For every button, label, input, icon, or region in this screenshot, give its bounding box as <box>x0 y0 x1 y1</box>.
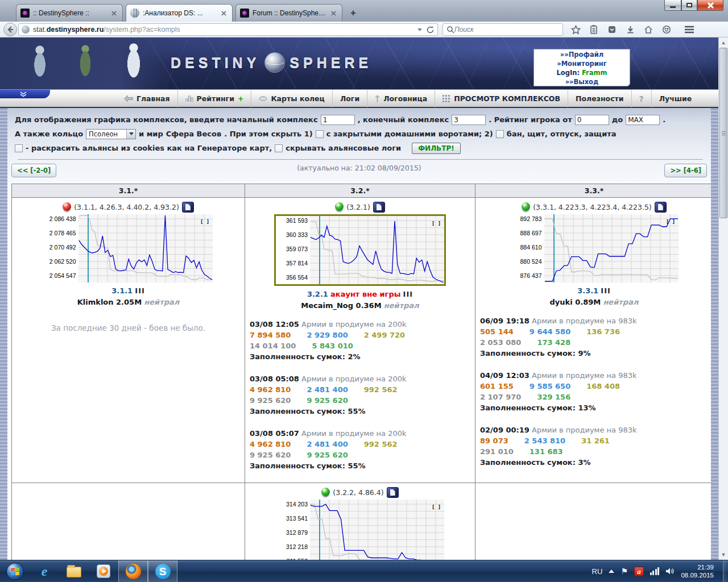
nav-ring-maps[interactable]: Карты колец <box>251 90 332 107</box>
speaker-icon[interactable] <box>665 567 675 575</box>
nav-home[interactable]: Главная <box>117 90 177 107</box>
hidden-icons-arrow[interactable] <box>609 569 614 573</box>
menu-hamburger-icon[interactable] <box>682 23 696 36</box>
complex-id[interactable]: 3.3.1 <box>577 286 598 295</box>
hide-alliance-logs-checkbox[interactable] <box>275 144 283 152</box>
scroll-up-icon[interactable]: ▲ <box>720 39 727 46</box>
status-sphere-red-icon[interactable] <box>63 202 71 211</box>
start-complex-input[interactable] <box>321 115 355 125</box>
profile-link[interactable]: »»Профайл <box>534 50 630 59</box>
rating-chart[interactable]: 314 203313 541312 879312 218311 556 [ ] <box>276 500 444 560</box>
taskbar-ie-button[interactable]: e <box>30 560 59 582</box>
player-name[interactable]: Mecaim_Nog 0.36M <box>301 301 381 310</box>
reload-icon[interactable] <box>426 26 435 34</box>
army-value: 4 962 810 <box>250 385 291 394</box>
taskbar-media-player-button[interactable] <box>89 560 118 582</box>
nav-utilities[interactable]: Полезности <box>568 90 631 107</box>
player-name[interactable]: Klimklon 2.05M <box>77 298 142 306</box>
ring-select[interactable]: Псолеон <box>86 129 136 139</box>
action-center-flag-icon[interactable]: ⚑ <box>621 567 628 576</box>
start-button[interactable] <box>0 560 30 582</box>
bags-fill: Заполненность сумок: 55% <box>250 460 475 471</box>
y-tick-label: 314 203 <box>286 501 308 508</box>
show-desktop-button[interactable] <box>723 560 728 582</box>
pocket-icon[interactable] <box>605 23 619 36</box>
hide-closed-gates-checkbox[interactable] <box>316 130 324 138</box>
next-page-button[interactable]: >> [4-6] <box>664 164 707 177</box>
back-button[interactable] <box>3 23 17 36</box>
language-indicator[interactable]: RU <box>592 567 603 576</box>
report-doc-icon[interactable] <box>655 202 667 213</box>
taskbar-explorer-button[interactable] <box>59 560 89 582</box>
scroll-down-icon[interactable]: ▼ <box>720 551 727 558</box>
report-time: 04/09 12:03 <box>480 371 530 380</box>
nav-view-complexes[interactable]: ПРОСМОТР КОМПЛЕКСОВ <box>435 90 568 107</box>
prev-page-button[interactable]: << [-2-0] <box>11 164 56 177</box>
status-sphere-green-icon[interactable] <box>335 202 344 211</box>
complex-header-row: (3.1.1, 4.26.3, 4.40.2, 4.93.2) <box>12 202 245 213</box>
hide-ban-shield-checkbox[interactable] <box>496 130 504 138</box>
chart-plot[interactable]: [ ] <box>544 214 679 282</box>
logout-link[interactable]: »»Выход <box>534 77 630 86</box>
select-arrow-icon[interactable] <box>126 130 135 139</box>
avira-antivirus-icon[interactable]: a <box>634 567 644 576</box>
taskbar-clock[interactable]: 21:39 08.09.2015 <box>681 563 714 579</box>
status-sphere-green-icon[interactable] <box>321 488 330 496</box>
taskbar-firefox-button[interactable] <box>118 560 148 582</box>
scrollbar-thumb[interactable] <box>719 48 727 218</box>
army-value: 2 107 970 <box>480 393 521 401</box>
nav-logs[interactable]: Логи <box>332 90 367 107</box>
chart-plot[interactable]: [ ] <box>310 500 444 560</box>
tab-destinysphere[interactable]: :: DestinySphere :: <box>16 4 123 22</box>
downloads-icon[interactable] <box>623 23 637 36</box>
menu-collapse-tab[interactable] <box>0 90 50 98</box>
url-dropdown-icon[interactable] <box>417 28 422 31</box>
chart-plot[interactable]: [ ] <box>78 214 213 282</box>
report-doc-icon[interactable] <box>373 202 385 213</box>
taskbar-skype-button[interactable]: S <box>148 560 177 582</box>
army-value: 14 014 100 <box>250 342 296 350</box>
tab-close-icon[interactable] <box>329 9 338 18</box>
bookmark-star-icon[interactable] <box>569 23 582 36</box>
close-button[interactable] <box>697 0 723 11</box>
nav-lair[interactable]: Логовница <box>367 90 435 107</box>
clock-date: 08.09.2015 <box>681 571 714 579</box>
nav-ratings[interactable]: Рейтинги+ <box>177 90 251 107</box>
complex-id[interactable]: 3.1.1 <box>111 286 133 295</box>
svg-text:[ ]: [ ] <box>200 219 209 225</box>
nav-help[interactable]: ? <box>631 90 651 107</box>
search-box[interactable] <box>442 23 563 36</box>
tab-close-icon[interactable] <box>110 9 118 18</box>
minimize-button[interactable] <box>664 0 681 11</box>
search-input[interactable] <box>454 26 545 34</box>
army-value: 2 499 720 <box>364 331 405 339</box>
maximize-button[interactable] <box>681 0 697 11</box>
rating-to-input[interactable] <box>626 115 660 125</box>
bookmarks-menu-icon[interactable] <box>587 23 601 36</box>
report-doc-icon[interactable] <box>387 487 399 498</box>
new-tab-button[interactable]: + <box>345 7 361 20</box>
complex-id[interactable]: 3.2.1 <box>307 290 328 298</box>
end-complex-input[interactable] <box>452 115 486 125</box>
tab-forum[interactable]: Forum :: DestinySphere Unl... <box>235 4 342 22</box>
url-bar[interactable]: stat.destinysphere.ru/system.php?ac=komp… <box>18 23 438 36</box>
status-sphere-green-icon[interactable] <box>522 202 530 211</box>
page-scrollbar[interactable]: ▲ ▼ <box>718 38 728 560</box>
chart-plot[interactable]: [ ] <box>310 216 444 284</box>
filter-button[interactable]: ФИЛЬТР! <box>412 143 461 154</box>
rating-chart[interactable]: 2 086 4382 078 4652 070 4922 062 5202 05… <box>44 214 213 282</box>
home-icon[interactable] <box>642 23 655 36</box>
player-name[interactable]: dyuki 0.89M <box>550 298 601 306</box>
report-doc-icon[interactable] <box>182 202 194 213</box>
search-icon <box>446 26 454 34</box>
network-signal-icon[interactable] <box>650 567 660 575</box>
rating-from-input[interactable] <box>575 115 609 125</box>
tab-analyzer-active[interactable]: :Анализатор DS: ... <box>126 4 233 22</box>
tab-close-icon[interactable] <box>220 9 228 18</box>
colorize-alliances-checkbox[interactable] <box>15 144 23 152</box>
hello-smiley-icon[interactable] <box>660 23 673 36</box>
rating-chart[interactable]: 892 783888 697884 610880 524876 437 [ ] <box>510 214 679 282</box>
nav-best[interactable]: Лучшие <box>651 90 700 107</box>
monitoring-link[interactable]: »Мониторинг <box>534 59 630 68</box>
rating-chart-selected[interactable]: 361 593360 333359 073357 814356 554 [ ] <box>274 214 446 286</box>
